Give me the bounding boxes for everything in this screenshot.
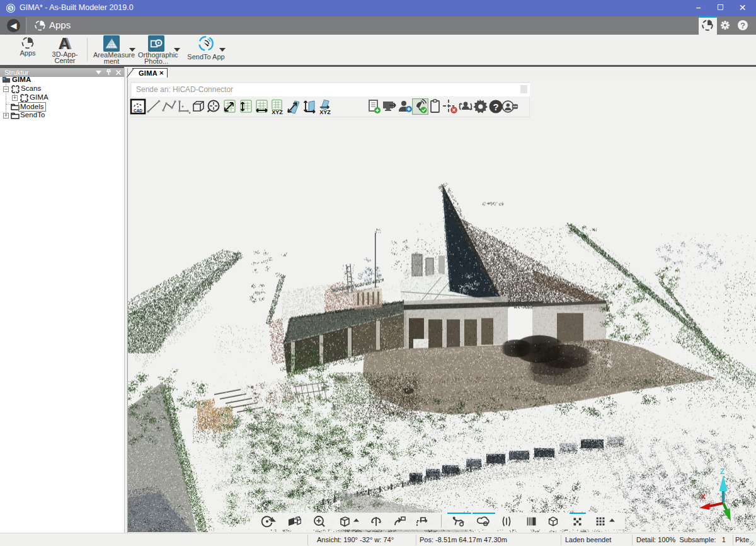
svg-text:?: ? bbox=[740, 21, 745, 30]
svg-text:?: ? bbox=[493, 102, 498, 112]
svg-text:Z: Z bbox=[720, 467, 724, 476]
svg-text:XYZ: XYZ bbox=[319, 109, 331, 115]
svg-text:X: X bbox=[701, 494, 706, 501]
svg-text:XYZ: XYZ bbox=[272, 109, 283, 115]
svg-text:S: S bbox=[9, 5, 12, 11]
svg-text:A: A bbox=[59, 35, 71, 51]
svg-text:CAD: CAD bbox=[134, 108, 142, 113]
